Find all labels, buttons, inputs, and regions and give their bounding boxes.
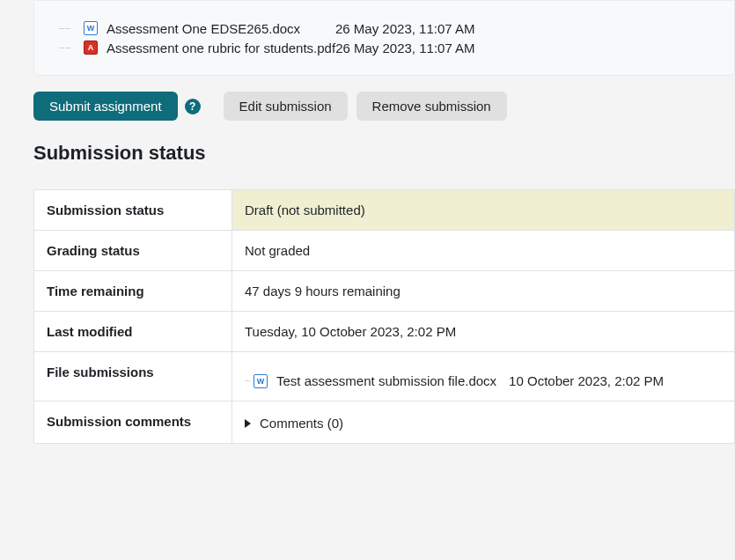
section-title: Submission status [33, 142, 735, 165]
comments-cell: Comments (0) [232, 402, 735, 444]
table-row: Last modified Tuesday, 10 October 2023, … [34, 312, 735, 352]
edit-submission-button[interactable]: Edit submission [224, 92, 348, 121]
table-row: File submissions ┈ W Test assessment sub… [34, 352, 735, 402]
row-value: 47 days 9 hours remaining [232, 271, 735, 312]
tree-connector-icon: ┈ [245, 376, 250, 386]
row-label: File submissions [34, 352, 232, 402]
row-value: Draft (not submitted) [232, 190, 735, 231]
submitted-file-row: ┈ W Test assessment submission file.docx… [245, 365, 722, 388]
submitted-file-name[interactable]: Test assessment submission file.docx [276, 373, 496, 388]
remove-submission-button[interactable]: Remove submission [356, 92, 507, 121]
table-row: Submission status Draft (not submitted) [34, 190, 735, 231]
expand-icon [245, 419, 251, 428]
table-row: Submission comments Comments (0) [34, 402, 735, 444]
row-label: Last modified [34, 312, 232, 352]
tree-connector-icon: ┈┈ [59, 43, 71, 53]
row-label: Time remaining [34, 271, 232, 312]
row-label: Submission status [34, 190, 232, 231]
table-row: Time remaining 47 days 9 hours remaining [34, 271, 735, 312]
submit-assignment-button[interactable]: Submit assignment [33, 92, 178, 121]
row-label: Grading status [34, 231, 232, 271]
comments-toggle[interactable]: Comments (0) [245, 414, 722, 431]
file-date: 26 May 2023, 11:07 AM [335, 21, 474, 36]
files-box: ┈┈ W Assessment One EDSE265.docx 26 May … [33, 0, 735, 76]
row-value: Tuesday, 10 October 2023, 2:02 PM [232, 312, 735, 352]
word-icon: W [84, 21, 98, 35]
actions-row: Submit assignment ? Edit submission Remo… [33, 92, 735, 121]
table-row: Grading status Not graded [34, 231, 735, 271]
file-date: 26 May 2023, 11:07 AM [335, 41, 474, 55]
file-row: ┈┈ A Assessment one rubric for students.… [84, 38, 713, 57]
word-icon: W [254, 374, 268, 388]
file-row: ┈┈ W Assessment One EDSE265.docx 26 May … [84, 18, 713, 38]
pdf-icon: A [84, 41, 98, 55]
row-label: Submission comments [34, 402, 232, 444]
file-name[interactable]: Assessment One EDSE265.docx [107, 21, 335, 36]
file-name[interactable]: Assessment one rubric for students.pdf [107, 41, 335, 55]
row-value: Not graded [232, 231, 735, 271]
file-submissions-cell: ┈ W Test assessment submission file.docx… [232, 352, 735, 402]
tree-connector-icon: ┈┈ [59, 24, 71, 33]
comments-label: Comments (0) [260, 416, 343, 431]
submitted-file-date: 10 October 2023, 2:02 PM [509, 373, 664, 388]
help-icon[interactable]: ? [185, 99, 201, 114]
submission-status-table: Submission status Draft (not submitted) … [33, 189, 735, 444]
